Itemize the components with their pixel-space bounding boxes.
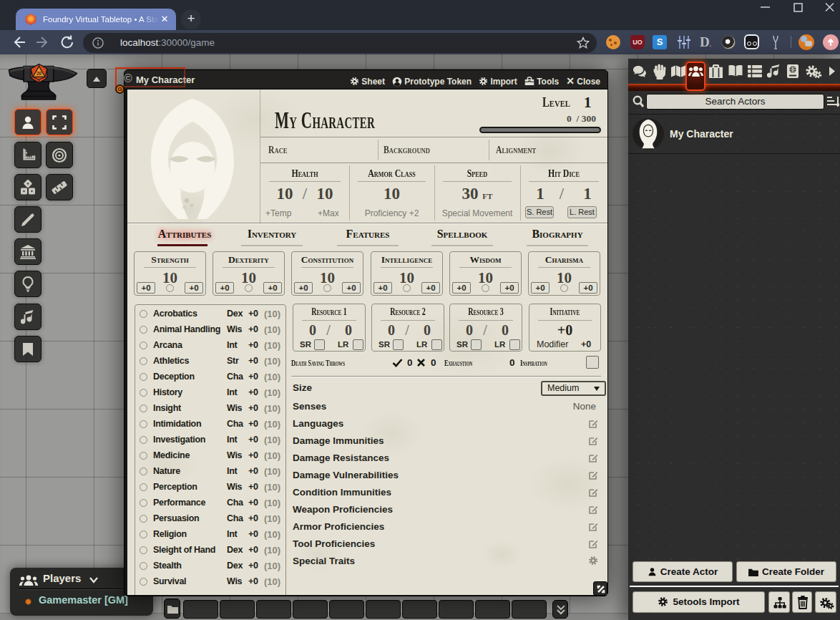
svg-text:20: 20 (36, 71, 42, 76)
